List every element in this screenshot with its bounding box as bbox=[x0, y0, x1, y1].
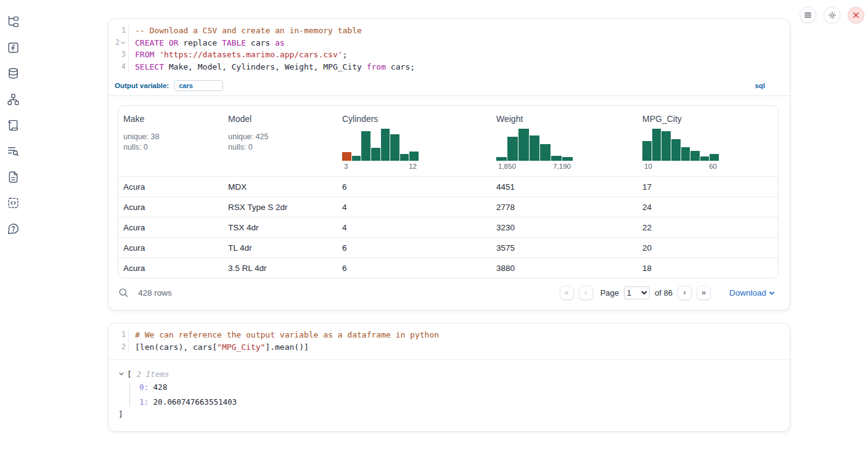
scroll-icon[interactable] bbox=[6, 117, 22, 133]
function-square-icon[interactable] bbox=[6, 39, 22, 55]
column-histogram[interactable]: 1060 bbox=[642, 129, 719, 170]
code-snippet-icon[interactable] bbox=[6, 195, 22, 211]
column-name: Weight bbox=[496, 114, 633, 124]
histogram-bars bbox=[496, 129, 573, 161]
code-line[interactable]: 2CREATE OR replace TABLE cars as bbox=[108, 37, 790, 49]
line-number: 4 bbox=[108, 61, 128, 73]
notebook-actions bbox=[800, 7, 864, 23]
download-button[interactable]: Download bbox=[726, 288, 779, 298]
column-histogram[interactable]: 1,8507,190 bbox=[496, 129, 573, 170]
line-number: 3 bbox=[108, 49, 128, 61]
close-bracket: ] bbox=[118, 410, 780, 419]
list-search-icon[interactable] bbox=[6, 143, 22, 159]
table-cell: Acura bbox=[118, 203, 223, 212]
table-footer: 428 rows « ‹ Page 1 of 86 › » Download bbox=[108, 278, 790, 310]
document-icon[interactable] bbox=[6, 169, 22, 185]
table-cell: 3880 bbox=[491, 264, 637, 273]
table-cell: 3575 bbox=[491, 243, 637, 253]
data-table: Makeunique: 38nulls: 0Modelunique: 425nu… bbox=[118, 105, 779, 278]
table-cell: 2778 bbox=[491, 203, 637, 212]
notebook: 1-- Download a CSV and create an in-memo… bbox=[108, 18, 790, 432]
column-stats: unique: 425nulls: 0 bbox=[228, 132, 332, 152]
code-text: # We can reference the output variable a… bbox=[128, 329, 790, 341]
dependency-graph-icon[interactable] bbox=[6, 91, 22, 107]
code-line[interactable]: 4SELECT Make, Model, Cylinders, Weight, … bbox=[108, 61, 790, 73]
table-cell: 18 bbox=[637, 264, 778, 273]
python-code-editor[interactable]: 1# We can reference the output variable … bbox=[108, 323, 790, 358]
table-row[interactable]: Acura3.5 RL 4dr6388018 bbox=[118, 257, 778, 278]
first-page-button[interactable]: « bbox=[560, 286, 574, 300]
code-text: FROM 'https://datasets.marimo.app/cars.c… bbox=[128, 49, 790, 61]
fold-chevron-icon[interactable] bbox=[120, 40, 126, 46]
database-icon[interactable] bbox=[6, 65, 22, 81]
table-row[interactable]: AcuraTL 4dr6357520 bbox=[118, 237, 778, 257]
tree-entry: 0: 428 bbox=[139, 382, 780, 392]
output-variable-input[interactable] bbox=[174, 80, 223, 91]
table-cell: TSX 4dr bbox=[223, 223, 337, 232]
helper-panel-sidebar bbox=[0, 0, 27, 237]
line-number: 1 bbox=[108, 25, 128, 37]
column-header[interactable]: Modelunique: 425nulls: 0 bbox=[223, 106, 337, 176]
next-page-button[interactable]: › bbox=[678, 286, 692, 300]
menu-icon[interactable] bbox=[800, 7, 816, 23]
column-header[interactable]: MPG_City1060 bbox=[637, 106, 778, 176]
output-tree: [ 2 Items 0: 4281: 20.060747663551403 ] bbox=[108, 359, 790, 431]
table-row[interactable]: AcuraRSX Type S 2dr4277824 bbox=[118, 196, 778, 217]
collapse-chevron-icon[interactable] bbox=[118, 371, 126, 377]
code-text: CREATE OR replace TABLE cars as bbox=[128, 37, 790, 49]
sql-code-editor[interactable]: 1-- Download a CSV and create an in-memo… bbox=[108, 19, 790, 78]
last-page-button[interactable]: » bbox=[697, 286, 711, 300]
column-header[interactable]: Makeunique: 38nulls: 0 bbox=[118, 106, 223, 176]
table-cell: 4451 bbox=[491, 182, 637, 192]
column-header[interactable]: Weight1,8507,190 bbox=[491, 106, 637, 176]
histogram-axis-labels: 1060 bbox=[642, 163, 719, 170]
table-cell: RSX Type S 2dr bbox=[223, 203, 337, 212]
code-line[interactable]: 2[len(cars), cars["MPG_City"].mean()] bbox=[108, 341, 790, 354]
column-histogram[interactable]: 312 bbox=[342, 129, 419, 170]
table-row[interactable]: AcuraMDX6445117 bbox=[118, 176, 778, 196]
histogram-bars bbox=[342, 129, 419, 161]
table-cell: 4 bbox=[337, 223, 491, 232]
code-text: [len(cars), cars["MPG_City"].mean()] bbox=[128, 341, 790, 354]
table-cell: 6 bbox=[337, 243, 491, 253]
table-row[interactable]: AcuraTSX 4dr4323022 bbox=[118, 217, 778, 237]
output-variable-label: Output variable: bbox=[115, 82, 169, 89]
table-header: Makeunique: 38nulls: 0Modelunique: 425nu… bbox=[118, 106, 778, 176]
chevron-down-icon bbox=[769, 290, 775, 296]
help-icon[interactable] bbox=[6, 220, 22, 237]
code-line[interactable]: 3FROM 'https://datasets.marimo.app/cars.… bbox=[108, 49, 790, 61]
file-tree-icon[interactable] bbox=[6, 14, 22, 30]
table-cell: 6 bbox=[337, 182, 491, 192]
page-label: Page bbox=[600, 288, 619, 297]
table-cell: 17 bbox=[637, 182, 778, 192]
column-name: Cylinders bbox=[342, 114, 486, 124]
page-select[interactable]: 1 bbox=[624, 286, 650, 299]
open-bracket: [ bbox=[127, 370, 132, 379]
search-icon[interactable] bbox=[118, 287, 131, 299]
line-number: 2 bbox=[108, 37, 128, 49]
tree-entry: 1: 20.060747663551403 bbox=[139, 397, 780, 407]
pagination: « ‹ Page 1 of 86 › » Download bbox=[560, 286, 779, 300]
line-number: 1 bbox=[108, 329, 128, 341]
table-cell: 6 bbox=[337, 264, 491, 273]
table-cell: MDX bbox=[223, 182, 337, 192]
table-cell: 24 bbox=[637, 203, 778, 212]
code-line[interactable]: 1# We can reference the output variable … bbox=[108, 329, 790, 341]
table-cell: Acura bbox=[118, 264, 223, 273]
code-text: SELECT Make, Model, Cylinders, Weight, M… bbox=[128, 61, 790, 73]
code-line[interactable]: 1-- Download a CSV and create an in-memo… bbox=[108, 25, 790, 37]
previous-page-button[interactable]: ‹ bbox=[579, 286, 593, 300]
language-badge: sql bbox=[755, 82, 765, 89]
table-cell: 3230 bbox=[491, 223, 637, 232]
gear-icon[interactable] bbox=[824, 7, 840, 23]
column-name: Make bbox=[123, 114, 218, 124]
column-name: Model bbox=[228, 114, 332, 124]
histogram-bars bbox=[642, 129, 719, 161]
histogram-axis-labels: 1,8507,190 bbox=[496, 163, 573, 170]
column-name: MPG_City bbox=[642, 114, 773, 124]
code-text: -- Download a CSV and create an in-memor… bbox=[128, 25, 790, 37]
column-header[interactable]: Cylinders312 bbox=[337, 106, 491, 176]
column-stats: unique: 38nulls: 0 bbox=[123, 132, 218, 152]
row-count: 428 rows bbox=[138, 288, 172, 297]
close-icon[interactable] bbox=[848, 7, 864, 23]
